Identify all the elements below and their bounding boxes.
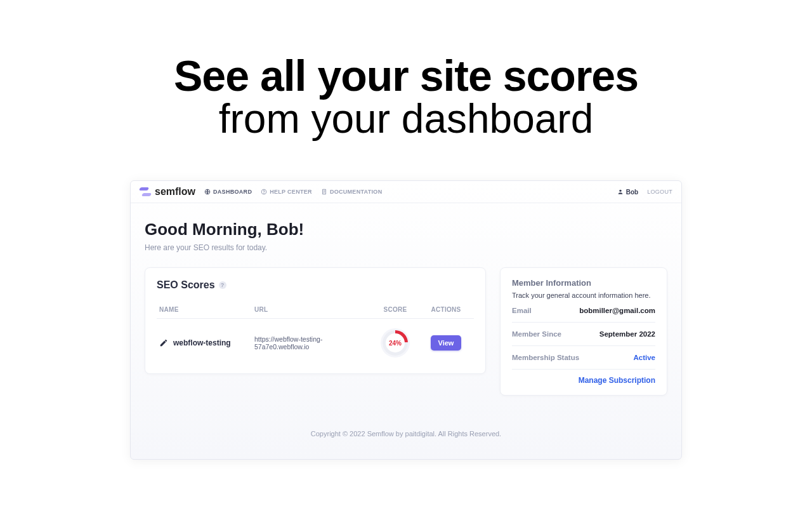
brand-name: semflow	[155, 186, 195, 197]
help-icon[interactable]: ?	[219, 281, 226, 289]
footer-copyright: Copyright © 2022 Semflow by paitdigital.…	[145, 396, 667, 446]
hero-line-1: See all your site scores	[0, 51, 812, 100]
logout-link[interactable]: LOGOUT	[647, 189, 672, 195]
question-circle-icon	[261, 189, 267, 195]
actions-cell: View	[421, 335, 471, 351]
since-label: Member Since	[512, 330, 561, 338]
seo-scores-title: SEO Scores ?	[157, 279, 474, 291]
nav-help-center[interactable]: HELP CENTER	[261, 189, 312, 195]
greeting-subtitle: Here are your SEO results for today.	[145, 243, 667, 252]
col-url: URL	[254, 306, 370, 313]
nav-documentation[interactable]: DOCUMENTATION	[321, 189, 383, 195]
info-row-since: Member Since September 2022	[512, 323, 655, 346]
content: Good Morning, Bob! Here are your SEO res…	[131, 203, 681, 459]
nav-dashboard-label: DASHBOARD	[213, 189, 252, 195]
seo-scores-title-text: SEO Scores	[157, 279, 215, 291]
member-info-title: Member Information	[512, 278, 655, 288]
pencil-icon[interactable]	[159, 338, 168, 347]
info-row-status: Membership Status Active	[512, 346, 655, 370]
view-button[interactable]: View	[431, 335, 462, 351]
score-cell: 24%	[370, 330, 421, 356]
status-label: Membership Status	[512, 354, 579, 361]
score-value: 24%	[389, 340, 402, 347]
globe-icon	[204, 189, 211, 195]
document-icon	[321, 189, 327, 195]
email-label: Email	[512, 307, 532, 314]
nav-help-label: HELP CENTER	[270, 189, 312, 195]
manage-subscription-link[interactable]: Manage Subscription	[512, 370, 655, 385]
topbar-right: Bob LOGOUT	[617, 189, 672, 196]
user-chip[interactable]: Bob	[617, 189, 638, 196]
topbar: semflow DASHBOARD HELP CENTER DOCUMENTAT…	[131, 181, 681, 203]
user-icon	[617, 189, 624, 195]
table-row: webflow-testing https://webflow-testing-…	[157, 319, 474, 359]
site-name-text: webflow-testing	[173, 338, 231, 347]
brand-logo[interactable]: semflow	[140, 186, 195, 197]
hero: See all your site scores from your dashb…	[0, 0, 812, 180]
site-name-cell: webflow-testing	[159, 338, 254, 347]
topbar-left: semflow DASHBOARD HELP CENTER DOCUMENTAT…	[140, 186, 382, 197]
score-ring: 24%	[383, 330, 408, 356]
col-actions: ACTIONS	[421, 306, 471, 313]
scores-table-header: NAME URL SCORE ACTIONS	[157, 301, 474, 319]
scores-table: NAME URL SCORE ACTIONS webflow-testing h…	[157, 301, 474, 359]
col-score: SCORE	[370, 306, 421, 313]
since-value: September 2022	[599, 330, 655, 338]
greeting-title: Good Morning, Bob!	[145, 220, 667, 239]
svg-point-2	[264, 193, 265, 194]
nav-dashboard[interactable]: DASHBOARD	[204, 189, 252, 195]
status-value: Active	[633, 354, 655, 361]
email-value: bobmiller@gmail.com	[579, 307, 655, 314]
site-url-cell: https://webflow-testing-57a7e0.webflow.i…	[254, 335, 370, 351]
brand-mark-icon	[140, 187, 151, 196]
user-name: Bob	[626, 189, 638, 196]
app-window: semflow DASHBOARD HELP CENTER DOCUMENTAT…	[130, 180, 682, 460]
svg-point-4	[619, 190, 621, 192]
hero-line-2: from your dashboard	[0, 95, 812, 142]
col-name: NAME	[159, 306, 254, 313]
info-row-email: Email bobmiller@gmail.com	[512, 299, 655, 323]
seo-scores-card: SEO Scores ? NAME URL SCORE ACTIONS webf…	[145, 267, 486, 374]
panels: SEO Scores ? NAME URL SCORE ACTIONS webf…	[145, 267, 667, 396]
member-info-subtitle: Track your general account information h…	[512, 291, 655, 299]
nav-docs-label: DOCUMENTATION	[330, 189, 383, 195]
member-info-card: Member Information Track your general ac…	[500, 267, 667, 396]
